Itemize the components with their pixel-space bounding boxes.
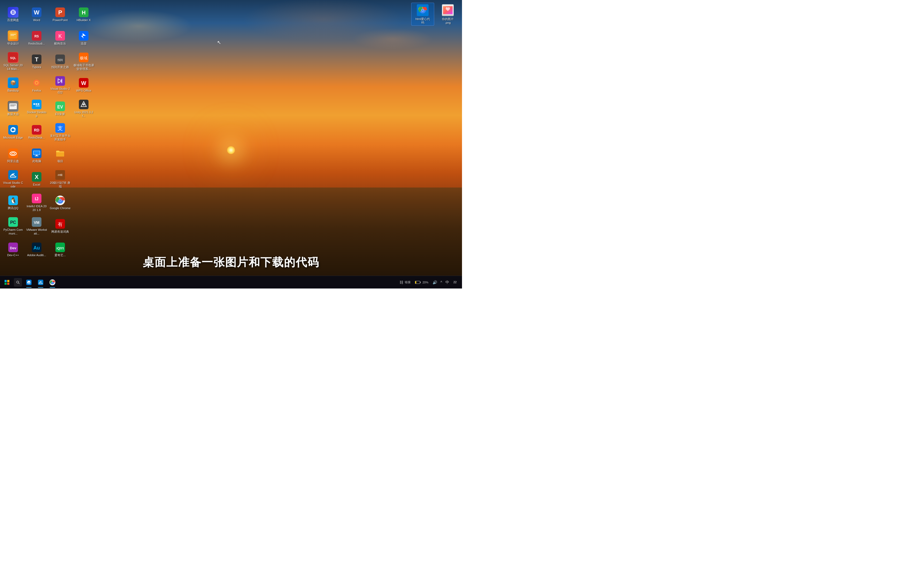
desktop-icon-vscode[interactable]: Visual Studio Code [2, 168, 24, 190]
desktop-icon-hbuilder[interactable]: H HBuilder X [72, 3, 95, 26]
redis-icon: RS [31, 31, 42, 41]
svg-text:20级: 20级 [58, 174, 63, 176]
desktop-icon-20[interactable]: 20级 20级计划7班 唐琨 [48, 168, 72, 190]
system-clock[interactable]: 22 [451, 280, 459, 285]
svg-text:P: P [58, 9, 62, 16]
sun [227, 146, 235, 154]
desktop-icon-firefox[interactable]: Firefox [25, 73, 48, 97]
svg-point-33 [36, 82, 38, 84]
desktop-icon-photo[interactable]: 你的图片.png [436, 3, 459, 26]
svg-text:K: K [58, 33, 62, 39]
desktop-icon-pycharm[interactable]: PC PyCharm Communi... [2, 214, 24, 237]
svg-rect-109 [420, 282, 420, 283]
desktop-icon-youdao[interactable]: 有 网易有道词典 [48, 214, 72, 237]
baidu-label: 百度网盘 [7, 18, 19, 22]
battery-tray[interactable]: 20% [414, 277, 430, 288]
desktop-icon-huanjing[interactable]: 换届大会 [2, 97, 24, 120]
hbuilder-label: HBuilder X [77, 18, 91, 22]
youdao-label: 网易有道词典 [51, 230, 69, 234]
taskbar-chrome[interactable] [47, 276, 58, 288]
alipay-icon: 支 [55, 122, 66, 133]
sql-icon: SQL [8, 52, 18, 63]
svg-rect-110 [415, 281, 416, 284]
biye-label: 毕业设计 [7, 42, 19, 45]
svg-rect-99 [7, 283, 10, 285]
taskbar-edge[interactable] [23, 276, 35, 288]
desktop-icon-kuwo[interactable]: K 酷狗音乐 [48, 26, 72, 50]
desktop-icon-baidu[interactable]: 百 百度网盘 [2, 3, 24, 26]
folder-icon [55, 148, 66, 159]
desktop-icon-biye[interactable]: 毕业设计 [2, 26, 24, 50]
desktop-icon-folder[interactable]: 项目 [48, 144, 72, 167]
desktop-icon-redisdesk[interactable]: RD RedisDesk... [25, 121, 48, 143]
desktop-icon-html-code[interactable]: html爱心代码 [411, 3, 434, 26]
docker-icon [31, 99, 42, 110]
vscode-icon [8, 169, 18, 180]
network-tray[interactable]: ⛓ 链接 [398, 277, 413, 288]
desktop-icon-wps[interactable]: W WPS Office [72, 73, 95, 97]
start-button[interactable] [1, 276, 13, 288]
vscode-label: Visual Studio Code [3, 181, 24, 188]
desktop-icon-docker[interactable]: Docker Desktop [25, 97, 48, 120]
unity-label: Unity 2021.3.2f... [73, 111, 94, 118]
svg-line-101 [18, 283, 19, 284]
taskbar-search[interactable] [14, 278, 22, 287]
tray-expand[interactable]: ^ [439, 277, 443, 288]
svg-text:Au: Au [34, 245, 40, 251]
svg-text:百: 百 [11, 10, 15, 15]
desktop-icon-aliyun[interactable]: 阿里云盘 [2, 144, 24, 167]
desktop-icon-edge[interactable]: Microsoft Edge [2, 121, 24, 143]
20-label: 20级计划7班 唐琨 [50, 181, 71, 188]
desktop-icon-kaitou[interactable]: 找到 找到开发之路 [48, 50, 72, 73]
desktop-icon-chrome[interactable]: Google Chrome [48, 191, 72, 214]
desktop-icon-ev[interactable]: EV EV录屏 [48, 97, 72, 120]
volume-tray[interactable]: 🔊 [431, 277, 438, 288]
svg-text:🐧: 🐧 [10, 197, 17, 204]
adobe-icon: Au [31, 242, 42, 253]
kaitou-icon: 找到 [55, 54, 66, 64]
svg-rect-14 [8, 125, 18, 135]
desktop-icon-bandizip[interactable]: 📦 Bandizip [2, 73, 24, 97]
svg-text:PC: PC [10, 220, 16, 225]
vmware-icon: VM [31, 217, 42, 227]
desktop-icon-idea[interactable]: IJ IntelliJ IDEA 2020 1.8 [25, 191, 48, 214]
desktop-icon-jidian[interactable]: 极域 极域电子书包课堂管理系... [72, 50, 95, 73]
svg-rect-98 [5, 283, 7, 285]
svg-text:找到: 找到 [57, 58, 63, 61]
desktop-icon-unity[interactable]: Unity 2021.3.2f... [72, 97, 95, 120]
desktop-icon-sql[interactable]: SQL SQL Server 2014 Man... [2, 50, 24, 73]
desktop-icon-alipay[interactable]: 支 支付宝开放平台开发助手 [48, 121, 72, 143]
svg-rect-44 [36, 155, 37, 156]
svg-rect-3 [10, 33, 17, 40]
volume-icon: 🔊 [433, 280, 437, 285]
language-tray[interactable]: 中 [444, 277, 450, 288]
word-label: Word [33, 18, 40, 22]
desktop-icon-qq[interactable]: 🐧 腾讯QQ [2, 191, 24, 214]
kuwo-label: 酷狗音乐 [54, 42, 66, 45]
devcpp-icon: Dev [8, 242, 18, 253]
desktop-icon-vs2022[interactable]: Visual Studio 2022 [48, 73, 72, 97]
desktop-icon-word[interactable]: W Word [25, 3, 48, 26]
svg-rect-38 [36, 105, 40, 106]
desktop-icon-vmware[interactable]: VM VMware Workstati... [25, 214, 48, 237]
taskbar-vscode[interactable] [35, 276, 47, 288]
desktop-icon-excel[interactable]: X Excel [25, 168, 48, 190]
svg-rect-18 [8, 170, 18, 180]
docker-label: Docker Desktop [26, 111, 47, 118]
desktop-icon-redis[interactable]: RS RedisStudi... [25, 26, 48, 50]
ev-label: EV录屏 [55, 113, 65, 116]
desktop-icon-ppt[interactable]: P PowerPoint [48, 3, 72, 26]
html-code-icon [416, 4, 429, 16]
svg-rect-43 [34, 151, 40, 155]
svg-point-87 [82, 103, 85, 105]
subtitle-text: 桌面上准备一张图片和下载的代码 [0, 255, 462, 270]
svg-rect-35 [34, 103, 35, 105]
svg-rect-13 [10, 106, 15, 106]
lang-icon: 中 [446, 280, 449, 285]
svg-text:H: H [82, 10, 86, 16]
desktop-icon-xunlei[interactable]: 迅雷 [72, 26, 95, 50]
desktop-icon-pc[interactable]: 此电脑 [25, 144, 48, 167]
desktop-icon-typora[interactable]: T Typora [25, 50, 48, 73]
svg-text:VM: VM [34, 221, 40, 225]
typora-label: Typora [32, 66, 41, 69]
